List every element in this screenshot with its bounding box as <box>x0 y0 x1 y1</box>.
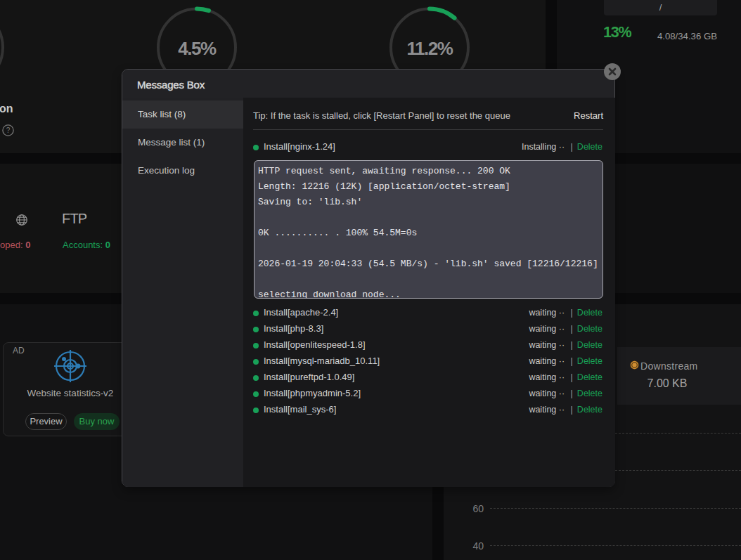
svg-text:?: ? <box>6 126 11 134</box>
